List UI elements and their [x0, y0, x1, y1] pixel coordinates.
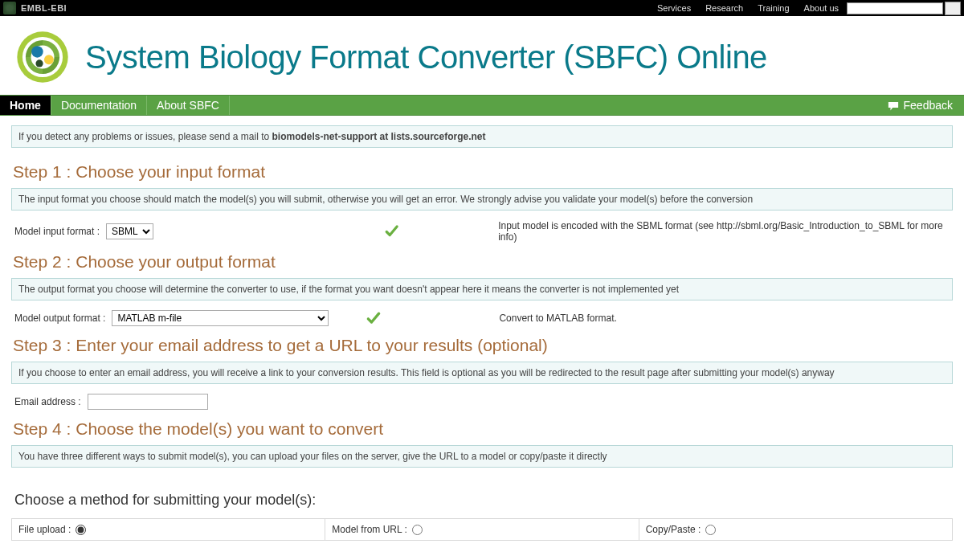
svg-point-3	[44, 55, 54, 64]
notice-prefix: If you detect any problems or issues, pl…	[18, 131, 272, 142]
step1-hint: Input model is encoded with the SBML for…	[498, 220, 950, 243]
feedback-label: Feedback	[904, 99, 953, 112]
checkmark-icon	[366, 310, 382, 326]
svg-point-2	[31, 46, 43, 58]
nav-about-sbfc[interactable]: About SBFC	[147, 96, 230, 115]
method-row: File upload : Model from URL : Copy/Past…	[11, 518, 953, 541]
radio-file-upload[interactable]	[76, 525, 86, 535]
header: System Biology Format Converter (SBFC) O…	[0, 16, 964, 95]
content: If you detect any problems or issues, pl…	[0, 116, 964, 550]
radio-from-url[interactable]	[412, 525, 423, 535]
step2-label: Model output format :	[14, 313, 105, 324]
radio-copy-paste[interactable]	[705, 525, 716, 535]
step1-row: Model input format : SBML Input model is…	[11, 219, 953, 244]
top-search-button[interactable]	[945, 2, 961, 15]
step1-label: Model input format :	[14, 226, 100, 237]
checkmark-icon	[384, 223, 399, 239]
nav-documentation[interactable]: Documentation	[51, 96, 147, 115]
brand-text: EMBL-EBI	[21, 3, 67, 13]
method-file-upload[interactable]: File upload :	[12, 519, 325, 540]
svg-point-4	[35, 59, 43, 67]
notice-email: biomodels-net-support at lists.sourcefor…	[272, 131, 486, 142]
email-input[interactable]	[88, 394, 208, 410]
input-format-select[interactable]: SBML	[106, 223, 153, 239]
step4-title: Step 4 : Choose the model(s) you want to…	[13, 419, 953, 439]
step1-title: Step 1 : Choose your input format	[13, 162, 953, 182]
nav-feedback[interactable]: Feedback	[876, 96, 964, 115]
method-from-url[interactable]: Model from URL :	[325, 519, 639, 540]
ebi-logo-icon	[3, 2, 16, 14]
method-from-url-label: Model from URL :	[332, 524, 407, 535]
notice-box: If you detect any problems or issues, pl…	[11, 125, 953, 148]
topbar: EMBL-EBI Services Research Training Abou…	[0, 0, 964, 16]
topnav-training[interactable]: Training	[751, 2, 795, 14]
step3-row: Email address :	[11, 392, 953, 411]
step2-desc: The output format you choose will determ…	[11, 278, 953, 300]
topbar-left: EMBL-EBI	[3, 2, 67, 14]
topnav-services[interactable]: Services	[651, 2, 697, 14]
step3-label: Email address :	[14, 396, 81, 407]
main-nav: Home Documentation About SBFC Feedback	[0, 95, 964, 116]
page-title: System Biology Format Converter (SBFC) O…	[85, 39, 767, 76]
method-file-upload-label: File upload :	[18, 524, 71, 535]
nav-home[interactable]: Home	[0, 96, 51, 115]
topnav-about[interactable]: About us	[798, 2, 845, 14]
method-copy-paste[interactable]: Copy/Paste :	[639, 519, 952, 540]
step2-hint: Convert to MATLAB format.	[499, 313, 617, 324]
method-copy-paste-label: Copy/Paste :	[646, 524, 701, 535]
submit-title: Choose a method for submitting your mode…	[14, 492, 953, 509]
step1-desc: The input format you choose should match…	[11, 188, 953, 211]
sbfc-logo-icon	[16, 31, 69, 84]
topnav-research[interactable]: Research	[699, 2, 750, 14]
top-search-input[interactable]	[847, 2, 943, 14]
step3-title: Step 3 : Enter your email address to get…	[13, 336, 953, 355]
step2-title: Step 2 : Choose your output format	[13, 252, 953, 272]
output-format-select[interactable]: MATLAB m-file	[112, 310, 329, 326]
step4-desc: You have three different ways to submit …	[11, 445, 953, 468]
speech-bubble-icon	[888, 100, 899, 110]
topbar-right: Services Research Training About us	[651, 2, 961, 15]
step2-row: Model output format : MATLAB m-file Conv…	[11, 309, 953, 328]
step3-desc: If you choose to enter an email address,…	[11, 362, 953, 384]
